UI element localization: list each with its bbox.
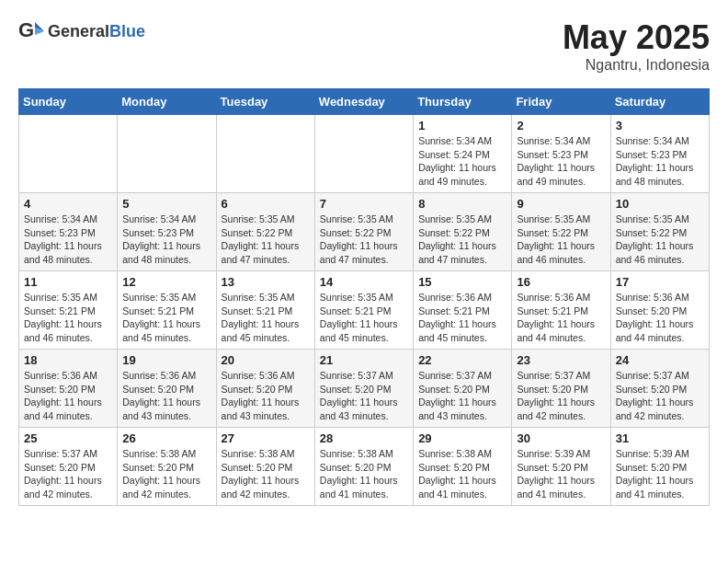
calendar-cell [19, 115, 118, 193]
calendar-cell: 9Sunrise: 5:35 AM Sunset: 5:22 PM Daylig… [512, 193, 610, 271]
calendar-cell: 7Sunrise: 5:35 AM Sunset: 5:22 PM Daylig… [314, 193, 413, 271]
day-info: Sunrise: 5:34 AM Sunset: 5:23 PM Dayligh… [616, 134, 704, 189]
calendar-cell: 4Sunrise: 5:34 AM Sunset: 5:23 PM Daylig… [19, 193, 118, 271]
day-info: Sunrise: 5:37 AM Sunset: 5:20 PM Dayligh… [517, 369, 605, 423]
col-wednesday: Wednesday [314, 89, 413, 115]
calendar-cell: 28Sunrise: 5:38 AM Sunset: 5:20 PM Dayli… [314, 428, 413, 506]
day-number: 12 [122, 275, 210, 289]
calendar-cell: 18Sunrise: 5:36 AM Sunset: 5:20 PM Dayli… [19, 350, 118, 428]
day-number: 28 [320, 431, 408, 445]
calendar-cell: 21Sunrise: 5:37 AM Sunset: 5:20 PM Dayli… [314, 350, 413, 428]
logo: G GeneralBlue [18, 18, 145, 44]
day-number: 10 [616, 197, 704, 211]
month-title: May 2025 [563, 18, 710, 57]
calendar-cell [314, 115, 413, 193]
col-tuesday: Tuesday [216, 89, 314, 115]
day-info: Sunrise: 5:35 AM Sunset: 5:22 PM Dayligh… [616, 213, 704, 267]
day-info: Sunrise: 5:36 AM Sunset: 5:20 PM Dayligh… [616, 291, 704, 345]
day-info: Sunrise: 5:34 AM Sunset: 5:23 PM Dayligh… [24, 213, 112, 267]
col-friday: Friday [512, 89, 610, 115]
day-number: 13 [222, 275, 310, 289]
day-info: Sunrise: 5:38 AM Sunset: 5:20 PM Dayligh… [320, 447, 408, 501]
calendar-cell: 13Sunrise: 5:35 AM Sunset: 5:21 PM Dayli… [216, 271, 314, 350]
day-info: Sunrise: 5:38 AM Sunset: 5:20 PM Dayligh… [122, 447, 210, 501]
calendar-cell: 26Sunrise: 5:38 AM Sunset: 5:20 PM Dayli… [118, 428, 216, 506]
col-sunday: Sunday [19, 89, 118, 115]
calendar-cell [216, 115, 314, 193]
day-number: 1 [418, 119, 506, 132]
calendar-week-3: 11Sunrise: 5:35 AM Sunset: 5:21 PM Dayli… [19, 271, 710, 350]
day-number: 16 [517, 275, 605, 289]
logo-general: General [48, 22, 109, 40]
calendar-cell: 12Sunrise: 5:35 AM Sunset: 5:21 PM Dayli… [118, 271, 216, 350]
day-number: 29 [418, 431, 506, 445]
day-info: Sunrise: 5:36 AM Sunset: 5:20 PM Dayligh… [24, 369, 112, 423]
logo-icon: G [18, 18, 44, 44]
calendar-cell: 24Sunrise: 5:37 AM Sunset: 5:20 PM Dayli… [610, 350, 709, 428]
calendar-week-5: 25Sunrise: 5:37 AM Sunset: 5:20 PM Dayli… [19, 428, 710, 506]
day-number: 20 [222, 353, 310, 367]
day-number: 9 [517, 197, 605, 211]
logo-blue: Blue [109, 22, 145, 40]
day-number: 25 [24, 431, 112, 445]
day-info: Sunrise: 5:37 AM Sunset: 5:20 PM Dayligh… [418, 369, 506, 423]
day-info: Sunrise: 5:35 AM Sunset: 5:22 PM Dayligh… [418, 213, 506, 267]
calendar-cell: 8Sunrise: 5:35 AM Sunset: 5:22 PM Daylig… [414, 193, 512, 271]
day-info: Sunrise: 5:36 AM Sunset: 5:21 PM Dayligh… [418, 291, 506, 345]
day-info: Sunrise: 5:38 AM Sunset: 5:20 PM Dayligh… [418, 447, 506, 501]
day-info: Sunrise: 5:35 AM Sunset: 5:21 PM Dayligh… [320, 291, 408, 345]
col-saturday: Saturday [610, 89, 709, 115]
calendar-cell: 16Sunrise: 5:36 AM Sunset: 5:21 PM Dayli… [512, 271, 610, 350]
day-number: 14 [320, 275, 408, 289]
svg-text:G: G [18, 18, 34, 41]
day-info: Sunrise: 5:35 AM Sunset: 5:22 PM Dayligh… [320, 213, 408, 267]
day-info: Sunrise: 5:34 AM Sunset: 5:23 PM Dayligh… [517, 134, 605, 189]
calendar-week-4: 18Sunrise: 5:36 AM Sunset: 5:20 PM Dayli… [19, 350, 710, 428]
calendar-cell: 23Sunrise: 5:37 AM Sunset: 5:20 PM Dayli… [512, 350, 610, 428]
day-info: Sunrise: 5:35 AM Sunset: 5:21 PM Dayligh… [222, 291, 310, 345]
day-number: 3 [616, 119, 704, 132]
calendar-cell: 1Sunrise: 5:34 AM Sunset: 5:24 PM Daylig… [414, 115, 512, 193]
day-info: Sunrise: 5:37 AM Sunset: 5:20 PM Dayligh… [24, 447, 112, 501]
day-number: 18 [24, 353, 112, 367]
title-block: May 2025 Ngantru, Indonesia [563, 18, 710, 74]
day-number: 17 [616, 275, 704, 289]
day-number: 24 [616, 353, 704, 367]
page-header: G GeneralBlue May 2025 Ngantru, Indonesi… [18, 18, 710, 74]
day-info: Sunrise: 5:37 AM Sunset: 5:20 PM Dayligh… [616, 369, 704, 423]
day-number: 31 [616, 431, 704, 445]
day-number: 27 [222, 431, 310, 445]
day-number: 21 [320, 353, 408, 367]
header-row: Sunday Monday Tuesday Wednesday Thursday… [19, 89, 710, 115]
calendar-table: Sunday Monday Tuesday Wednesday Thursday… [18, 88, 710, 506]
day-info: Sunrise: 5:36 AM Sunset: 5:20 PM Dayligh… [122, 369, 210, 423]
day-number: 11 [24, 275, 112, 289]
calendar-header: Sunday Monday Tuesday Wednesday Thursday… [19, 89, 710, 115]
day-number: 2 [517, 119, 605, 132]
day-info: Sunrise: 5:34 AM Sunset: 5:23 PM Dayligh… [122, 213, 210, 267]
calendar-cell: 2Sunrise: 5:34 AM Sunset: 5:23 PM Daylig… [512, 115, 610, 193]
calendar-cell: 5Sunrise: 5:34 AM Sunset: 5:23 PM Daylig… [118, 193, 216, 271]
day-info: Sunrise: 5:35 AM Sunset: 5:22 PM Dayligh… [517, 213, 605, 267]
col-thursday: Thursday [414, 89, 512, 115]
calendar-cell: 3Sunrise: 5:34 AM Sunset: 5:23 PM Daylig… [610, 115, 709, 193]
calendar-cell [118, 115, 216, 193]
day-number: 8 [418, 197, 506, 211]
day-info: Sunrise: 5:37 AM Sunset: 5:20 PM Dayligh… [320, 369, 408, 423]
calendar-cell: 6Sunrise: 5:35 AM Sunset: 5:22 PM Daylig… [216, 193, 314, 271]
day-info: Sunrise: 5:38 AM Sunset: 5:20 PM Dayligh… [222, 447, 310, 501]
day-number: 5 [122, 197, 210, 211]
calendar-cell: 10Sunrise: 5:35 AM Sunset: 5:22 PM Dayli… [610, 193, 709, 271]
day-number: 7 [320, 197, 408, 211]
calendar-cell: 14Sunrise: 5:35 AM Sunset: 5:21 PM Dayli… [314, 271, 413, 350]
day-info: Sunrise: 5:39 AM Sunset: 5:20 PM Dayligh… [616, 447, 704, 501]
calendar-body: 1Sunrise: 5:34 AM Sunset: 5:24 PM Daylig… [19, 115, 710, 506]
day-number: 19 [122, 353, 210, 367]
day-info: Sunrise: 5:36 AM Sunset: 5:21 PM Dayligh… [517, 291, 605, 345]
calendar-cell: 15Sunrise: 5:36 AM Sunset: 5:21 PM Dayli… [414, 271, 512, 350]
calendar-cell: 20Sunrise: 5:36 AM Sunset: 5:20 PM Dayli… [216, 350, 314, 428]
day-number: 30 [517, 431, 605, 445]
calendar-cell: 30Sunrise: 5:39 AM Sunset: 5:20 PM Dayli… [512, 428, 610, 506]
day-number: 4 [24, 197, 112, 211]
day-info: Sunrise: 5:35 AM Sunset: 5:21 PM Dayligh… [24, 291, 112, 345]
